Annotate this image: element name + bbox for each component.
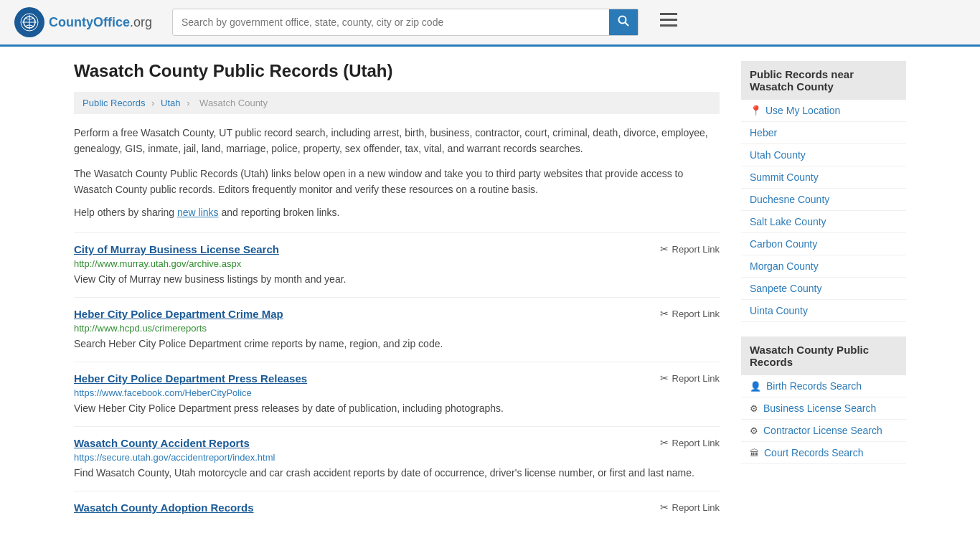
contractor-license-icon: ⚙	[750, 425, 758, 436]
report-icon: ✂	[660, 437, 669, 448]
summit-county-link[interactable]: Summit County	[750, 171, 819, 183]
list-item: Utah County	[741, 144, 906, 166]
help-text: Help others by sharing new links and rep…	[74, 207, 720, 218]
report-icon: ✂	[660, 372, 669, 384]
carbon-county-link[interactable]: Carbon County	[750, 238, 817, 250]
list-item: Sanpete County	[741, 278, 906, 300]
svg-rect-7	[660, 19, 677, 21]
utah-county-link[interactable]: Utah County	[750, 149, 806, 161]
list-item: Duchesne County	[741, 189, 906, 211]
record-url[interactable]: http://www.hcpd.us/crimereports	[74, 323, 720, 334]
list-item: Salt Lake County	[741, 211, 906, 233]
sidebar: Public Records near Wasatch County 📍 Use…	[741, 61, 906, 527]
list-item: ⚙ Business License Search	[741, 397, 906, 420]
court-records-link[interactable]: Court Records Search	[764, 447, 864, 458]
svg-rect-6	[660, 13, 677, 15]
record-desc: Search Heber City Police Department crim…	[74, 336, 720, 352]
location-icon: 📍	[750, 105, 762, 116]
uinta-county-link[interactable]: Uinta County	[750, 305, 808, 316]
record-url[interactable]: http://www.murray.utah.gov/archive.aspx	[74, 258, 720, 269]
birth-records-icon: 👤	[750, 381, 761, 392]
description-2: The Wasatch County Public Records (Utah)…	[74, 166, 720, 198]
list-item: 🏛 Court Records Search	[741, 442, 906, 464]
report-icon: ✂	[660, 308, 669, 319]
record-title[interactable]: Heber City Police Department Press Relea…	[74, 372, 307, 385]
list-item: 👤 Birth Records Search	[741, 375, 906, 397]
nearby-section-title: Public Records near Wasatch County	[741, 61, 906, 100]
svg-rect-8	[660, 24, 677, 27]
breadcrumb: Public Records › Utah › Wasatch County	[74, 92, 720, 114]
record-item: City of Murray Business License Search ✂…	[74, 232, 720, 297]
court-records-icon: 🏛	[750, 448, 759, 458]
description-1: Perform a free Wasatch County, UT public…	[74, 125, 720, 157]
breadcrumb-utah[interactable]: Utah	[161, 98, 180, 108]
record-title[interactable]: Heber City Police Department Crime Map	[74, 308, 283, 320]
content-area: Wasatch County Public Records (Utah) Pub…	[74, 61, 720, 527]
list-item: Carbon County	[741, 233, 906, 255]
record-title[interactable]: Wasatch County Accident Reports	[74, 437, 250, 449]
record-title[interactable]: City of Murray Business License Search	[74, 243, 279, 255]
report-icon: ✂	[660, 243, 669, 255]
record-desc: Find Wasatch County, Utah motorcycle and…	[74, 466, 720, 481]
report-link[interactable]: ✂ Report Link	[660, 501, 720, 513]
report-link[interactable]: ✂ Report Link	[660, 372, 720, 384]
public-records-list: 👤 Birth Records Search ⚙ Business Licens…	[741, 375, 906, 464]
list-item: Heber	[741, 122, 906, 144]
record-item: Wasatch County Adoption Records ✂ Report…	[74, 491, 720, 527]
business-license-link[interactable]: Business License Search	[763, 402, 876, 414]
duchesne-county-link[interactable]: Duchesne County	[750, 194, 829, 205]
record-url[interactable]: https://secure.utah.gov/accidentreport/i…	[74, 452, 720, 463]
main-container: Wasatch County Public Records (Utah) Pub…	[60, 47, 920, 541]
record-item: Wasatch County Accident Reports ✂ Report…	[74, 426, 720, 491]
list-item: ⚙ Contractor License Search	[741, 420, 906, 442]
search-input[interactable]	[173, 11, 609, 34]
record-url[interactable]: https://www.facebook.com/HeberCityPolice	[74, 387, 720, 398]
nearby-list: 📍 Use My Location Heber Utah County Summ…	[741, 100, 906, 322]
svg-line-5	[626, 23, 629, 27]
logo-text: CountyOffice.org	[49, 15, 152, 30]
list-item: Uinta County	[741, 300, 906, 322]
record-item: Heber City Police Department Crime Map ✂…	[74, 297, 720, 362]
svg-point-4	[619, 17, 626, 24]
use-location-item[interactable]: 📍 Use My Location	[741, 100, 906, 122]
page-title: Wasatch County Public Records (Utah)	[74, 61, 720, 81]
record-item: Heber City Police Department Press Relea…	[74, 362, 720, 426]
list-item: Summit County	[741, 166, 906, 189]
report-link[interactable]: ✂ Report Link	[660, 243, 720, 255]
report-icon: ✂	[660, 501, 669, 513]
records-list: City of Murray Business License Search ✂…	[74, 232, 720, 527]
business-license-icon: ⚙	[750, 403, 758, 414]
use-location-link[interactable]: Use My Location	[765, 105, 840, 116]
list-item: Morgan County	[741, 255, 906, 278]
breadcrumb-public-records[interactable]: Public Records	[83, 98, 145, 108]
logo-icon	[14, 7, 44, 37]
search-button[interactable]	[609, 9, 638, 35]
salt-lake-county-link[interactable]: Salt Lake County	[750, 216, 826, 227]
logo-area: CountyOffice.org	[14, 7, 158, 37]
breadcrumb-current: Wasatch County	[199, 98, 268, 108]
birth-records-link[interactable]: Birth Records Search	[766, 380, 862, 392]
record-desc: View City of Murray new business listing…	[74, 272, 720, 287]
search-bar	[172, 9, 639, 36]
contractor-license-link[interactable]: Contractor License Search	[763, 425, 882, 436]
record-title[interactable]: Wasatch County Adoption Records	[74, 501, 254, 514]
menu-button[interactable]	[660, 13, 677, 32]
public-records-section-title: Wasatch County Public Records	[741, 336, 906, 375]
morgan-county-link[interactable]: Morgan County	[750, 260, 819, 272]
record-desc: View Heber City Police Department press …	[74, 401, 720, 416]
sanpete-county-link[interactable]: Sanpete County	[750, 283, 821, 294]
heber-link[interactable]: Heber	[750, 127, 777, 138]
report-link[interactable]: ✂ Report Link	[660, 308, 720, 319]
new-links-link[interactable]: new links	[177, 207, 219, 218]
site-header: CountyOffice.org	[0, 0, 980, 47]
report-link[interactable]: ✂ Report Link	[660, 437, 720, 448]
